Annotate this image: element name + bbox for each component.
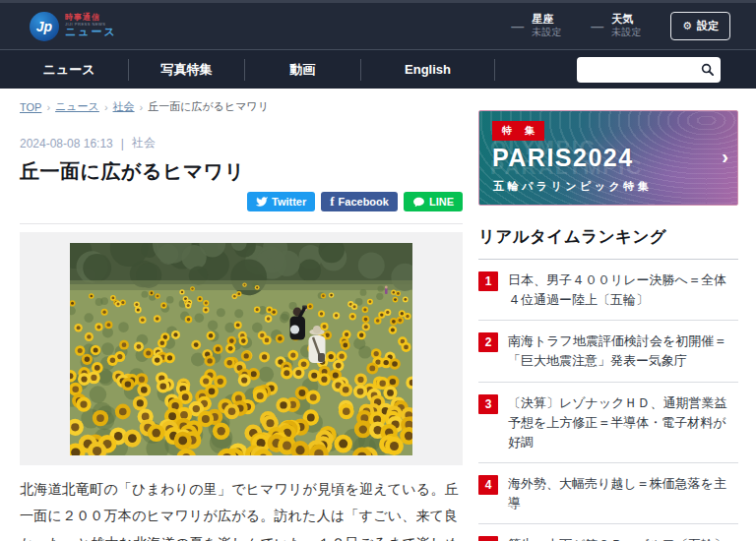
- jiji-logo-icon: Jp: [30, 12, 59, 41]
- ranking-item-4[interactable]: 4 海外勢、大幅売り越し＝株価急落を主導: [478, 463, 738, 524]
- breadcrumb-current: 丘一面に広がるヒマワリ: [148, 99, 269, 114]
- chevron-right-icon: ›: [722, 146, 728, 168]
- nav-photo-features[interactable]: 写真特集: [129, 61, 244, 79]
- paris2024-banner[interactable]: OLYMPIC PARALYMPIC 特 集 PARIS2024 五輪パラリンピ…: [478, 110, 738, 206]
- facebook-label: Facebook: [339, 196, 389, 208]
- share-buttons: Twitter f Facebook LINE: [20, 192, 463, 224]
- horoscope-unset-icon: —: [511, 19, 524, 33]
- rank-number: 3: [478, 394, 498, 414]
- nav-english[interactable]: English: [361, 62, 494, 77]
- logo-news-label: ニュース: [65, 27, 117, 38]
- header-right: — 星座 未設定 — 天気 未設定 ⚙ 設定: [511, 12, 730, 40]
- logo-text: 時事通信 JIJI PRESS NEWS ニュース: [65, 14, 117, 37]
- share-twitter-button[interactable]: Twitter: [247, 192, 315, 211]
- breadcrumb-sep: ›: [140, 101, 144, 113]
- settings-button[interactable]: ⚙ 設定: [670, 12, 730, 40]
- ranking-item-text: 南海トラフ地震評価検討会を初開催＝「巨大地震注意」発表ー気象庁: [508, 331, 738, 371]
- meta-separator: |: [121, 137, 124, 150]
- banner-title: PARIS2024: [492, 144, 634, 172]
- breadcrumb-top[interactable]: TOP: [20, 101, 41, 113]
- breadcrumb-sep: ›: [46, 101, 50, 113]
- nav-news[interactable]: ニュース: [10, 61, 128, 79]
- twitter-icon: [256, 196, 268, 208]
- feature-badge: 特 集: [492, 121, 544, 141]
- line-label: LINE: [429, 196, 454, 208]
- main-nav: ニュース 写真特集 動画 English: [0, 49, 756, 89]
- ranking-title: リアルタイムランキング: [478, 226, 738, 260]
- rank-number: 2: [478, 332, 498, 352]
- breadcrumb-news[interactable]: ニュース: [55, 99, 99, 114]
- ranking-item-text: 〔決算〕レゾナックＨＤ、通期営業益予想を上方修正＝半導体・電子材料が好調: [508, 393, 738, 452]
- article-title: 丘一面に広がるヒマワリ: [20, 158, 463, 185]
- article-datetime: 2024-08-08 16:13: [20, 137, 113, 150]
- ranking-item-text: 海外勢、大幅売り越し＝株価急落を主導: [508, 474, 738, 513]
- sidebar: OLYMPIC PARALYMPIC 特 集 PARIS2024 五輪パラリンピ…: [478, 99, 738, 541]
- search-input[interactable]: [585, 63, 698, 77]
- rank-number: 1: [478, 271, 498, 291]
- article-category-link[interactable]: 社会: [132, 135, 156, 151]
- weather-value: 未設定: [611, 27, 641, 39]
- search-box: [577, 57, 721, 83]
- nav-divider: [494, 59, 495, 81]
- nav-video[interactable]: 動画: [245, 61, 360, 79]
- ranking-item-text: 日本、男子４００リレー決勝へ＝全体４位通過ー陸上〔五輪〕: [508, 270, 738, 310]
- weather-unset-icon: —: [591, 19, 603, 33]
- breadcrumb: TOP › ニュース › 社会 › 丘一面に広がるヒマワリ: [20, 99, 463, 114]
- rank-number: 4: [478, 475, 498, 495]
- ranking-item-1[interactable]: 1 日本、男子４００リレー決勝へ＝全体４位通過ー陸上〔五輪〕: [478, 260, 738, 321]
- banner-subtitle: 五輪パラリンピック特集: [493, 179, 652, 194]
- ranking-list: 1 日本、男子４００リレー決勝へ＝全体４位通過ー陸上〔五輪〕 2 南海トラフ地震…: [478, 260, 738, 541]
- weather-label: 天気: [611, 13, 641, 27]
- weather-status[interactable]: — 天気 未設定: [591, 13, 641, 38]
- settings-label: 設定: [697, 19, 719, 33]
- twitter-label: Twitter: [272, 196, 306, 208]
- ranking-item-2[interactable]: 2 南海トラフ地震評価検討会を初開催＝「巨大地震注意」発表ー気象庁: [478, 321, 738, 382]
- site-header: Jp 時事通信 JIJI PRESS NEWS ニュース — 星座 未設定 — …: [0, 0, 756, 49]
- horoscope-status[interactable]: — 星座 未設定: [511, 13, 561, 38]
- facebook-icon: f: [330, 194, 334, 210]
- article-body: 北海道北竜町の「ひまわりの里」でヒマワリが見頃を迎えている。丘一面に２００万本の…: [20, 476, 463, 541]
- ranking-item-text: 笹生、山下が第２Ｒ＝ゴルフ〔五輪〕: [508, 535, 726, 541]
- page: Jp 時事通信 JIJI PRESS NEWS ニュース — 星座 未設定 — …: [0, 0, 756, 541]
- realtime-ranking: リアルタイムランキング 1 日本、男子４００リレー決勝へ＝全体４位通過ー陸上〔五…: [478, 226, 738, 541]
- article-meta: 2024-08-08 16:13 | 社会: [20, 135, 463, 151]
- share-line-button[interactable]: LINE: [404, 192, 463, 211]
- horoscope-label: 星座: [532, 13, 561, 27]
- site-logo[interactable]: Jp 時事通信 JIJI PRESS NEWS ニュース: [30, 12, 117, 41]
- ranking-item-5[interactable]: 5 笹生、山下が第２Ｒ＝ゴルフ〔五輪〕: [478, 524, 738, 541]
- ranking-item-3[interactable]: 3 〔決算〕レゾナックＨＤ、通期営業益予想を上方修正＝半導体・電子材料が好調: [478, 383, 738, 463]
- horoscope-value: 未設定: [532, 27, 561, 39]
- search-button[interactable]: [698, 60, 717, 79]
- search-icon: [700, 62, 715, 77]
- rank-number: 5: [478, 536, 498, 541]
- article-photo-frame: [20, 232, 463, 465]
- gear-icon: ⚙: [682, 21, 692, 31]
- line-icon: [412, 196, 425, 209]
- article-column: TOP › ニュース › 社会 › 丘一面に広がるヒマワリ 2024-08-08…: [20, 99, 463, 541]
- sunflower-field-photo: [70, 243, 412, 455]
- content-area: TOP › ニュース › 社会 › 丘一面に広がるヒマワリ 2024-08-08…: [0, 89, 756, 541]
- share-facebook-button[interactable]: f Facebook: [321, 192, 398, 211]
- breadcrumb-sep: ›: [104, 101, 108, 113]
- breadcrumb-society[interactable]: 社会: [113, 99, 135, 114]
